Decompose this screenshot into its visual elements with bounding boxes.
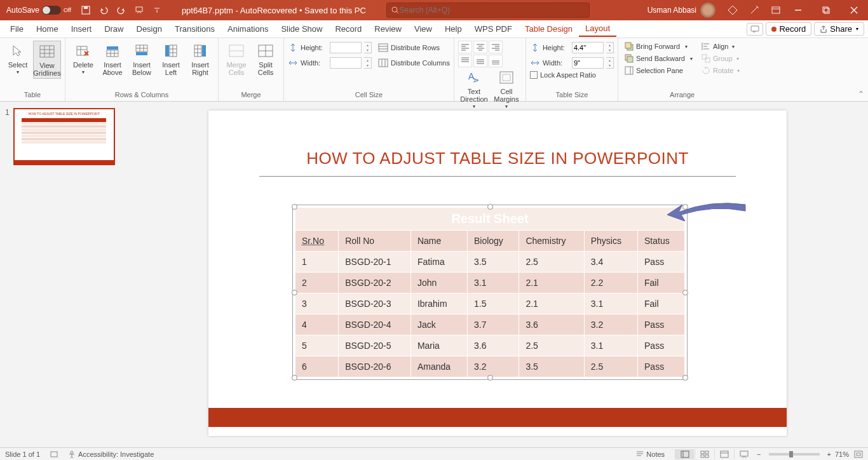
close-button[interactable] xyxy=(843,3,865,18)
diamond-icon[interactable] xyxy=(727,4,738,16)
menu-bar: File Home Insert Draw Design Transitions… xyxy=(0,20,868,38)
delete-button[interactable]: Delete▾ xyxy=(69,41,97,77)
slide-thumbnail-1[interactable]: HOW TO ADJUST TABLE SIZE IN POWERPOINT xyxy=(13,108,115,165)
autosave-toggle[interactable]: AutoSave Off xyxy=(3,6,75,15)
fit-to-window-button[interactable] xyxy=(854,450,863,458)
resize-handle-tc[interactable] xyxy=(487,204,493,210)
resize-handle-br[interactable] xyxy=(682,375,688,381)
qat-more-icon[interactable] xyxy=(151,4,163,16)
minimize-button[interactable] xyxy=(787,3,810,18)
send-backward-button[interactable]: Send Backward▾ xyxy=(622,53,695,64)
menu-animations[interactable]: Animations xyxy=(221,22,275,36)
split-cells-label: Split Cells xyxy=(253,61,278,76)
align-top-button[interactable] xyxy=(458,55,472,67)
menu-review[interactable]: Review xyxy=(368,22,408,36)
cell-margins-button[interactable]: Cell Margins▾ xyxy=(491,67,522,111)
thumbnail-panel[interactable]: 1 HOW TO ADJUST TABLE SIZE IN POWERPOINT xyxy=(0,102,127,447)
share-button[interactable]: Share▾ xyxy=(814,22,864,36)
comments-button[interactable] xyxy=(747,23,763,36)
table-height-field[interactable]: Height:▴▾ xyxy=(530,42,614,53)
spinner[interactable]: ▴▾ xyxy=(606,57,614,69)
menu-slide-show[interactable]: Slide Show xyxy=(275,22,329,36)
maximize-button[interactable] xyxy=(815,3,837,18)
insert-left-button[interactable]: Insert Left xyxy=(157,41,185,78)
menu-insert[interactable]: Insert xyxy=(65,22,98,36)
table-width-field[interactable]: Width:▴▾ xyxy=(530,57,614,69)
ribbon-group-arrange: Bring Forward▾ Send Backward▾ Selection … xyxy=(618,38,746,101)
width-label: Width: xyxy=(301,59,327,67)
align-center-button[interactable] xyxy=(473,41,487,53)
cell-height-input[interactable] xyxy=(330,42,362,53)
redo-icon[interactable] xyxy=(116,4,127,16)
search-input[interactable] xyxy=(399,6,585,15)
zoom-in-button[interactable]: + xyxy=(827,450,831,458)
insert-right-button[interactable]: Insert Right xyxy=(186,41,214,78)
align-button[interactable]: Align▾ xyxy=(699,41,742,52)
text-direction-button[interactable]: AAText Direction▾ xyxy=(458,67,490,111)
cell-width-field[interactable]: Width:▴▾ xyxy=(288,57,372,69)
sorter-view-button[interactable] xyxy=(695,449,714,459)
record-button[interactable]: Record xyxy=(766,22,811,36)
view-gridlines-button[interactable]: View Gridlines xyxy=(33,41,61,79)
distribute-rows-button[interactable]: Distribute Rows xyxy=(378,43,440,52)
menu-view[interactable]: View xyxy=(408,22,438,36)
accessibility-status[interactable]: Accessibility: Investigate xyxy=(68,450,154,458)
normal-view-button[interactable] xyxy=(675,449,694,459)
slide-canvas[interactable]: HOW TO ADJUST TABLE SIZE IN POWERPOINT R… xyxy=(127,102,868,447)
menu-wps-pdf[interactable]: WPS PDF xyxy=(468,22,519,36)
bring-forward-button[interactable]: Bring Forward▾ xyxy=(622,41,695,52)
selection-pane-button[interactable]: Selection Pane xyxy=(622,65,695,76)
zoom-level[interactable]: 71% xyxy=(835,450,849,458)
menu-design[interactable]: Design xyxy=(130,22,168,36)
table-width-input[interactable] xyxy=(572,57,604,69)
align-bottom-button[interactable] xyxy=(489,55,503,67)
notes-button[interactable]: Notes xyxy=(636,450,665,458)
wand-icon[interactable] xyxy=(749,4,760,16)
undo-icon[interactable] xyxy=(98,4,109,16)
menu-draw[interactable]: Draw xyxy=(98,22,130,36)
menu-file[interactable]: File xyxy=(4,22,30,36)
table-height-input[interactable] xyxy=(572,42,604,53)
resize-handle-bl[interactable] xyxy=(292,375,297,381)
search-box[interactable] xyxy=(386,3,590,18)
menu-layout[interactable]: Layout xyxy=(579,21,616,37)
resize-handle-bc[interactable] xyxy=(487,375,493,381)
slide-counter[interactable]: Slide 1 of 1 xyxy=(5,450,40,458)
save-icon[interactable] xyxy=(80,4,92,16)
zoom-slider[interactable] xyxy=(769,453,820,456)
lock-aspect-checkbox[interactable]: Lock Aspect Ratio xyxy=(530,71,596,79)
align-left-button[interactable] xyxy=(458,41,472,53)
zoom-slider-thumb[interactable] xyxy=(789,451,793,457)
align-right-button[interactable] xyxy=(489,41,503,53)
spinner[interactable]: ▴▾ xyxy=(364,57,372,69)
user-account[interactable]: Usman Abbasi xyxy=(648,3,715,18)
resize-handle-ml[interactable] xyxy=(292,290,297,295)
spinner[interactable]: ▴▾ xyxy=(364,42,372,53)
insert-below-button[interactable]: Insert Below xyxy=(128,41,156,78)
distribute-cols-button[interactable]: Distribute Columns xyxy=(378,58,450,67)
zoom-out-button[interactable]: − xyxy=(757,450,761,458)
present-icon[interactable] xyxy=(133,4,145,16)
menu-table-design[interactable]: Table Design xyxy=(519,22,579,36)
cell-width-input[interactable] xyxy=(330,57,362,69)
menu-transitions[interactable]: Transitions xyxy=(168,22,221,36)
insert-above-button[interactable]: Insert Above xyxy=(98,41,126,78)
menu-home[interactable]: Home xyxy=(30,22,65,36)
ribbon-mode-icon[interactable] xyxy=(770,4,782,16)
split-cells-button[interactable]: Split Cells xyxy=(252,41,280,78)
slideshow-view-button[interactable] xyxy=(734,449,753,459)
spinner[interactable]: ▴▾ xyxy=(606,42,614,53)
merge-cells-button: Merge Cells xyxy=(222,41,250,78)
align-middle-button[interactable] xyxy=(473,55,487,67)
collapse-ribbon-button[interactable]: ⌃ xyxy=(858,90,864,98)
reading-view-button[interactable] xyxy=(714,449,733,459)
resize-handle-mr[interactable] xyxy=(682,290,688,295)
table-selection[interactable]: Result Sheet Sr.No Roll No Name Biology … xyxy=(295,207,685,377)
toggle-switch[interactable] xyxy=(42,6,61,15)
menu-help[interactable]: Help xyxy=(438,22,468,36)
resize-handle-tl[interactable] xyxy=(292,204,297,210)
cell-height-field[interactable]: Height:▴▾ xyxy=(288,42,372,53)
select-button[interactable]: Select▾ xyxy=(4,41,32,77)
language-indicator[interactable] xyxy=(50,450,58,458)
menu-record[interactable]: Record xyxy=(329,22,368,36)
